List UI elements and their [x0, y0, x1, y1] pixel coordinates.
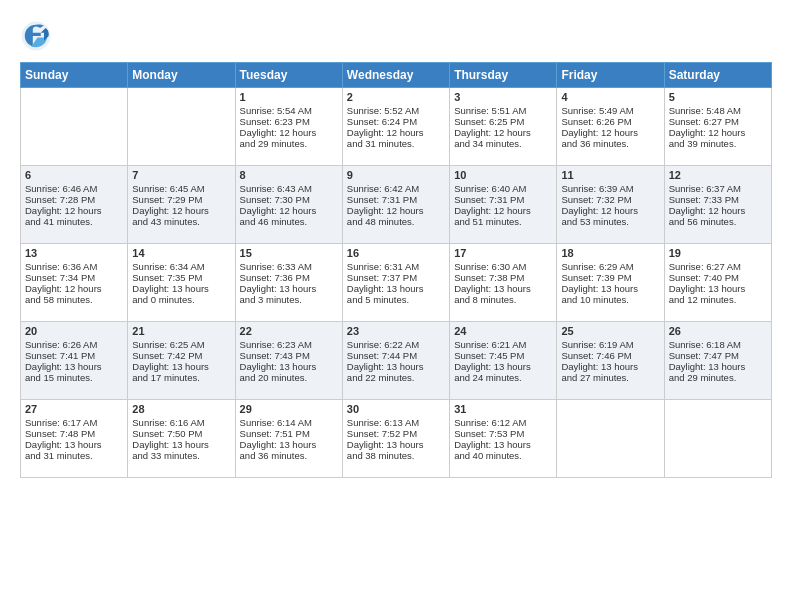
day-info: and 56 minutes.	[669, 216, 767, 227]
day-info: Daylight: 12 hours	[454, 127, 552, 138]
day-info: Sunrise: 6:43 AM	[240, 183, 338, 194]
day-info: Sunset: 7:50 PM	[132, 428, 230, 439]
day-info: Sunset: 7:34 PM	[25, 272, 123, 283]
day-info: Sunrise: 5:52 AM	[347, 105, 445, 116]
day-info: and 43 minutes.	[132, 216, 230, 227]
day-info: Sunrise: 6:12 AM	[454, 417, 552, 428]
day-info: Sunset: 7:33 PM	[669, 194, 767, 205]
day-number: 16	[347, 247, 445, 259]
day-info: and 31 minutes.	[25, 450, 123, 461]
calendar-cell: 20Sunrise: 6:26 AMSunset: 7:41 PMDayligh…	[21, 322, 128, 400]
day-info: Sunrise: 6:31 AM	[347, 261, 445, 272]
calendar-cell: 31Sunrise: 6:12 AMSunset: 7:53 PMDayligh…	[450, 400, 557, 478]
day-info: Sunrise: 6:13 AM	[347, 417, 445, 428]
calendar-week-5: 27Sunrise: 6:17 AMSunset: 7:48 PMDayligh…	[21, 400, 772, 478]
day-info: Daylight: 13 hours	[669, 283, 767, 294]
day-info: and 53 minutes.	[561, 216, 659, 227]
day-info: Sunset: 6:27 PM	[669, 116, 767, 127]
day-info: Sunrise: 6:25 AM	[132, 339, 230, 350]
day-info: Sunrise: 6:40 AM	[454, 183, 552, 194]
day-info: and 36 minutes.	[561, 138, 659, 149]
calendar-cell: 7Sunrise: 6:45 AMSunset: 7:29 PMDaylight…	[128, 166, 235, 244]
day-number: 27	[25, 403, 123, 415]
day-number: 20	[25, 325, 123, 337]
header-sunday: Sunday	[21, 63, 128, 88]
day-number: 6	[25, 169, 123, 181]
calendar-cell: 3Sunrise: 5:51 AMSunset: 6:25 PMDaylight…	[450, 88, 557, 166]
day-info: and 58 minutes.	[25, 294, 123, 305]
header-saturday: Saturday	[664, 63, 771, 88]
calendar-cell: 13Sunrise: 6:36 AMSunset: 7:34 PMDayligh…	[21, 244, 128, 322]
day-info: Sunrise: 6:34 AM	[132, 261, 230, 272]
day-info: and 48 minutes.	[347, 216, 445, 227]
day-info: Sunset: 7:43 PM	[240, 350, 338, 361]
day-info: Sunset: 7:52 PM	[347, 428, 445, 439]
day-number: 1	[240, 91, 338, 103]
calendar-week-4: 20Sunrise: 6:26 AMSunset: 7:41 PMDayligh…	[21, 322, 772, 400]
day-info: and 34 minutes.	[454, 138, 552, 149]
calendar-week-2: 6Sunrise: 6:46 AMSunset: 7:28 PMDaylight…	[21, 166, 772, 244]
day-info: Sunset: 6:23 PM	[240, 116, 338, 127]
day-info: Sunset: 7:37 PM	[347, 272, 445, 283]
calendar-cell: 4Sunrise: 5:49 AMSunset: 6:26 PMDaylight…	[557, 88, 664, 166]
day-number: 24	[454, 325, 552, 337]
day-number: 9	[347, 169, 445, 181]
day-info: Sunset: 7:39 PM	[561, 272, 659, 283]
day-info: Sunrise: 6:16 AM	[132, 417, 230, 428]
calendar-cell: 25Sunrise: 6:19 AMSunset: 7:46 PMDayligh…	[557, 322, 664, 400]
logo-icon	[20, 20, 52, 52]
day-info: Sunrise: 6:17 AM	[25, 417, 123, 428]
day-info: Daylight: 13 hours	[240, 283, 338, 294]
day-info: and 12 minutes.	[669, 294, 767, 305]
day-info: and 0 minutes.	[132, 294, 230, 305]
calendar-cell: 16Sunrise: 6:31 AMSunset: 7:37 PMDayligh…	[342, 244, 449, 322]
day-info: Sunrise: 6:21 AM	[454, 339, 552, 350]
day-info: and 20 minutes.	[240, 372, 338, 383]
day-info: Daylight: 13 hours	[347, 361, 445, 372]
calendar-cell: 10Sunrise: 6:40 AMSunset: 7:31 PMDayligh…	[450, 166, 557, 244]
day-number: 18	[561, 247, 659, 259]
day-number: 22	[240, 325, 338, 337]
day-info: Daylight: 13 hours	[347, 439, 445, 450]
day-info: Sunrise: 5:48 AM	[669, 105, 767, 116]
day-info: and 36 minutes.	[240, 450, 338, 461]
day-info: Sunrise: 6:45 AM	[132, 183, 230, 194]
day-info: Sunrise: 6:27 AM	[669, 261, 767, 272]
calendar-cell: 5Sunrise: 5:48 AMSunset: 6:27 PMDaylight…	[664, 88, 771, 166]
day-number: 15	[240, 247, 338, 259]
day-info: Sunset: 6:25 PM	[454, 116, 552, 127]
day-info: Daylight: 13 hours	[454, 361, 552, 372]
calendar-week-1: 1Sunrise: 5:54 AMSunset: 6:23 PMDaylight…	[21, 88, 772, 166]
day-info: Sunrise: 6:39 AM	[561, 183, 659, 194]
day-info: Sunset: 7:45 PM	[454, 350, 552, 361]
day-info: Daylight: 12 hours	[25, 283, 123, 294]
day-info: and 24 minutes.	[454, 372, 552, 383]
day-info: Sunrise: 6:30 AM	[454, 261, 552, 272]
day-info: Daylight: 12 hours	[669, 205, 767, 216]
day-info: Sunrise: 6:26 AM	[25, 339, 123, 350]
day-info: Sunrise: 6:14 AM	[240, 417, 338, 428]
day-number: 7	[132, 169, 230, 181]
day-info: Daylight: 13 hours	[347, 283, 445, 294]
day-info: Daylight: 12 hours	[347, 205, 445, 216]
day-info: Sunset: 7:30 PM	[240, 194, 338, 205]
day-info: and 40 minutes.	[454, 450, 552, 461]
day-info: Sunset: 7:48 PM	[25, 428, 123, 439]
calendar-cell: 12Sunrise: 6:37 AMSunset: 7:33 PMDayligh…	[664, 166, 771, 244]
day-info: Sunset: 7:36 PM	[240, 272, 338, 283]
calendar-cell	[557, 400, 664, 478]
calendar-cell: 6Sunrise: 6:46 AMSunset: 7:28 PMDaylight…	[21, 166, 128, 244]
calendar-cell: 19Sunrise: 6:27 AMSunset: 7:40 PMDayligh…	[664, 244, 771, 322]
day-info: Sunset: 7:51 PM	[240, 428, 338, 439]
calendar-cell	[128, 88, 235, 166]
day-info: and 29 minutes.	[240, 138, 338, 149]
day-info: Daylight: 12 hours	[240, 205, 338, 216]
day-info: Daylight: 12 hours	[454, 205, 552, 216]
day-info: Sunset: 7:31 PM	[347, 194, 445, 205]
calendar-cell: 18Sunrise: 6:29 AMSunset: 7:39 PMDayligh…	[557, 244, 664, 322]
day-info: and 31 minutes.	[347, 138, 445, 149]
day-info: and 39 minutes.	[669, 138, 767, 149]
calendar-table: SundayMondayTuesdayWednesdayThursdayFrid…	[20, 62, 772, 478]
day-info: Sunset: 7:53 PM	[454, 428, 552, 439]
day-info: Sunrise: 6:37 AM	[669, 183, 767, 194]
